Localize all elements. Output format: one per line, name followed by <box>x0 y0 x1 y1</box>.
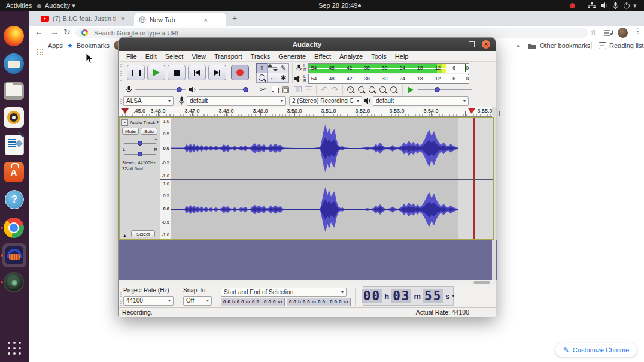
undo-button[interactable]: ↶ <box>321 85 328 94</box>
fit-selection-button[interactable] <box>369 86 375 93</box>
playback-meter[interactable]: -54-48-42-36-30-24-18-12-60 <box>308 74 469 84</box>
zoom-tool-button[interactable] <box>256 73 268 83</box>
record-meter-mic-icon[interactable] <box>296 64 302 72</box>
bookmarks-overflow-icon[interactable]: » <box>516 40 520 52</box>
bookmark-star-icon[interactable]: ☆ <box>590 28 597 37</box>
position-seconds[interactable]: 55 <box>423 289 443 303</box>
pause-button[interactable] <box>127 65 145 80</box>
menu-help[interactable]: Help <box>391 51 413 61</box>
network-icon[interactable] <box>588 2 596 9</box>
scrollbar-thumb[interactable] <box>473 281 490 284</box>
position-format-chevron-icon[interactable]: ▾ <box>452 294 455 298</box>
dock-rhythmbox-icon[interactable] <box>4 107 24 128</box>
zoom-out-button[interactable]: − <box>358 86 364 93</box>
dock-screen-recorder-icon[interactable] <box>4 272 24 292</box>
selection-start-field[interactable]: 0 0 h 0 0 m 0 0 . 0 0 0 s▾ <box>221 298 285 306</box>
customize-chrome-button[interactable]: ✎ Customize Chrome <box>555 343 637 357</box>
apps-shortcut[interactable]: Apps <box>48 40 63 52</box>
maximize-button[interactable] <box>467 40 476 49</box>
dock-thunderbird-icon[interactable] <box>4 53 24 74</box>
dock-files-icon[interactable] <box>4 82 24 100</box>
dock-libreoffice-writer-icon[interactable] <box>5 135 24 155</box>
solo-button[interactable]: Solo <box>141 128 157 135</box>
system-menu-chevron-icon[interactable]: ▾ <box>633 0 637 11</box>
menu-tools[interactable]: Tools <box>367 51 391 61</box>
paste-button[interactable] <box>282 86 289 93</box>
zoom-in-button[interactable]: + <box>347 86 354 93</box>
other-bookmarks[interactable]: Other bookmarks <box>540 40 590 52</box>
play-button[interactable] <box>147 65 165 80</box>
position-minutes[interactable]: 03 <box>391 289 411 303</box>
project-rate-select[interactable]: 44100▾ <box>123 296 174 306</box>
quickplay-pin-icon[interactable] <box>121 108 129 114</box>
menu-generate[interactable]: Generate <box>274 51 310 61</box>
audio-track[interactable]: × Audio Track ▾ Mute Solo - + L R Stereo… <box>119 117 494 240</box>
activities-button[interactable]: Activities <box>6 0 32 11</box>
draw-tool-button[interactable]: ✎ <box>278 63 289 73</box>
play-at-speed-button[interactable] <box>408 86 414 93</box>
reading-list[interactable]: Reading list <box>609 40 643 52</box>
selection-tool-button[interactable]: I <box>256 63 268 73</box>
cut-button[interactable]: ✂ <box>260 85 266 95</box>
menu-effect[interactable]: Effect <box>310 51 335 61</box>
silence-audio-button[interactable] <box>305 86 312 93</box>
tab-new-tab[interactable]: New Tab × <box>134 13 226 26</box>
track-close-button[interactable]: × <box>121 119 128 126</box>
toolbar-grip[interactable] <box>120 64 122 81</box>
dock-help-icon[interactable]: ? <box>5 190 24 209</box>
title-bar[interactable]: Audacity − × <box>119 38 496 51</box>
record-button[interactable] <box>231 65 249 80</box>
recording-indicator-icon[interactable] <box>570 3 575 8</box>
horizontal-scrollbar[interactable] <box>119 280 496 285</box>
close-tab-icon[interactable]: × <box>202 16 210 23</box>
recording-meter[interactable]: -54-48-42-36-30-24-18-12-60 <box>308 63 469 73</box>
playback-device-select[interactable]: default▾ <box>373 96 469 106</box>
forward-icon[interactable]: → <box>50 27 59 37</box>
menu-view[interactable]: View <box>187 51 210 61</box>
redo-button[interactable]: ↷ <box>332 85 339 94</box>
menu-tracks[interactable]: Tracks <box>247 51 275 61</box>
skip-to-end-button[interactable] <box>208 65 226 80</box>
audio-position-display[interactable]: 00 h 03 m 55 s ▾ <box>363 286 454 306</box>
selection-end-field[interactable]: 0 0 h 0 0 m 0 0 . 0 0 0 s▾ <box>287 298 351 306</box>
trim-audio-button[interactable] <box>294 86 302 93</box>
envelope-tool-button[interactable] <box>267 63 278 73</box>
address-bar[interactable] <box>75 28 588 38</box>
minimize-button[interactable]: − <box>454 40 462 49</box>
menu-file[interactable]: File <box>122 51 141 61</box>
new-tab-button[interactable]: + <box>232 13 237 23</box>
dock-ubuntu-software-icon[interactable]: A <box>4 162 24 182</box>
snap-to-select[interactable]: Off▾ <box>183 296 212 306</box>
recording-device-select[interactable]: default▾ <box>187 96 286 106</box>
mute-button[interactable]: Mute <box>122 128 139 135</box>
profile-avatar[interactable] <box>618 28 628 38</box>
playback-volume-slider[interactable] <box>199 89 248 90</box>
collapse-track-icon[interactable]: ▲ <box>123 233 127 237</box>
clock[interactable]: Sep 28 20:49 <box>318 0 357 11</box>
menu-select[interactable]: Select <box>161 51 188 61</box>
dock-audacity-active-tile[interactable] <box>2 243 26 267</box>
reload-icon[interactable]: ↻ <box>63 27 71 37</box>
pan-slider[interactable] <box>124 154 156 155</box>
menu-edit[interactable]: Edit <box>141 51 161 61</box>
close-tab-icon[interactable]: × <box>120 15 127 22</box>
appmenu-audacity[interactable]: Audacity ▾ <box>45 0 75 11</box>
track-menu-chevron-icon[interactable]: ▾ <box>156 120 159 125</box>
zoom-toggle-button[interactable] <box>390 86 397 93</box>
bookmarks-shortcut[interactable]: Bookmarks <box>77 40 110 52</box>
address-input[interactable] <box>93 29 582 37</box>
close-button[interactable]: × <box>482 40 490 49</box>
apps-grid-icon[interactable] <box>37 43 41 55</box>
recording-volume-slider[interactable] <box>135 89 186 90</box>
multi-tool-button[interactable]: ∗ <box>278 73 289 83</box>
dock-chrome-icon[interactable] <box>4 218 24 238</box>
back-icon[interactable]: ← <box>35 27 43 37</box>
position-hours[interactable]: 00 <box>362 289 382 303</box>
microphone-status-icon[interactable] <box>612 2 619 9</box>
stop-button[interactable] <box>168 65 186 80</box>
dock-firefox-icon[interactable] <box>4 26 24 46</box>
skip-to-start-button[interactable] <box>188 65 206 80</box>
media-controls-icon[interactable] <box>604 29 613 37</box>
toolbar-grip[interactable] <box>120 96 122 105</box>
fit-project-button[interactable] <box>379 86 386 93</box>
